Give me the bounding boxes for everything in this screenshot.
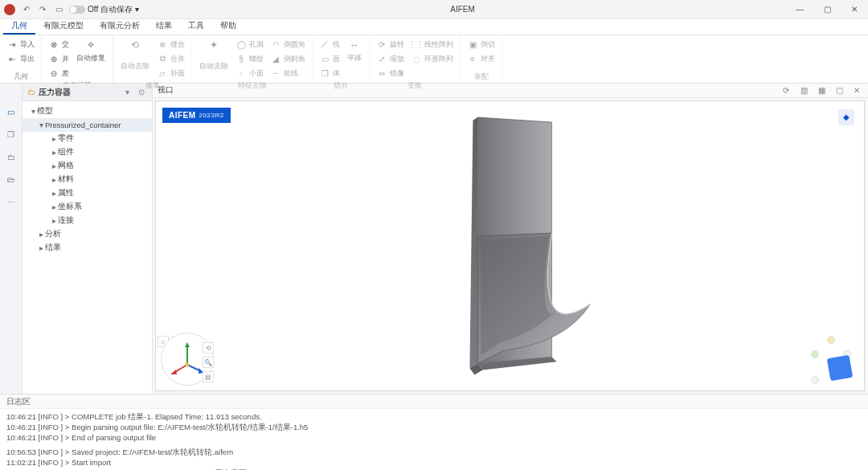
split-body-button[interactable]: ❒体 (317, 66, 342, 80)
union-button[interactable]: ⊕并 (47, 51, 71, 66)
holes-button[interactable]: ◯孔洞 (234, 37, 265, 51)
title-bar: ↶ ↷ ▭ Off 自动保存 ▾ AIFEM — ▢ ✕ (0, 0, 868, 19)
minimize-button[interactable]: — (786, 0, 813, 19)
sidebar-tab-settings-icon[interactable]: ⋯ (4, 194, 18, 209)
tree-node-connections[interactable]: ▸连接 (23, 214, 152, 227)
app-icon (4, 4, 15, 15)
fillet-button[interactable]: ◠倒圆角 (268, 37, 307, 51)
viewport-max-icon[interactable]: ▢ (833, 84, 845, 96)
brand-name: AIFEM (169, 111, 196, 120)
group-title-assembly: 装配 (465, 72, 497, 83)
triad-rotate-icon[interactable]: ⟲ (203, 342, 214, 354)
chamfer-button[interactable]: ◢倒斜角 (268, 51, 307, 66)
defeature-button[interactable]: ✦自动去除 (197, 37, 231, 72)
small-faces-button[interactable]: ▫小面 (234, 66, 265, 80)
log-line: 10:56:53 [INFO ] > Saved project: E:/AIF… (6, 448, 862, 458)
tree-node-components[interactable]: ▸组件 (23, 145, 152, 159)
window-title: AIFEM (139, 5, 786, 14)
intersect-button[interactable]: ⊗交 (47, 37, 71, 51)
cutout-button[interactable]: ▣倒切 (465, 37, 497, 51)
translate-button[interactable]: ↔平移 (345, 37, 364, 64)
tree-node-analysis[interactable]: ▸分析 (23, 227, 152, 241)
triad-zoom-icon[interactable]: 🔍 (203, 357, 214, 368)
ribbon: ⇥导入 ⇤导出 几何 ⊗交 ⊕并 ⊖差 ✧自动修复 布尔运算 ⟲自动去除 ≋缝合… (0, 35, 868, 84)
folder-icon: 🗀 (27, 88, 35, 96)
ribbon-group-boolean: ⊗交 ⊕并 ⊖差 ✧自动修复 布尔运算 (42, 35, 113, 83)
tree-node-csys[interactable]: ▸坐标系 (23, 200, 152, 214)
sidebar-tab-folder-icon[interactable]: 🗀 (4, 149, 18, 164)
tab-geometry[interactable]: 几何 (3, 18, 35, 35)
tab-results[interactable]: 结果 (148, 18, 180, 35)
circular-pattern-button[interactable]: ◌环形阵列 (409, 51, 455, 66)
sidebar-tab-open-icon[interactable]: 🗁 (4, 172, 18, 186)
threads-button[interactable]: §螺纹 (234, 51, 265, 66)
ribbon-group-geometry: ⇥导入 ⇤导出 几何 (0, 35, 42, 83)
brand-version: 2023R2 (199, 112, 224, 119)
patch-button[interactable]: ▱补面 (155, 66, 186, 80)
log-line: 11:02:21 [INFO ] > Start import (6, 458, 862, 468)
tab-help[interactable]: 帮助 (212, 18, 244, 35)
linear-pattern-button[interactable]: ⋮⋮线性阵列 (409, 37, 455, 51)
svg-marker-7 (185, 342, 190, 347)
ribbon-group-split: ／线 ▭面 ❒体 ↔平移 切分 (313, 35, 370, 83)
tree-node-model[interactable]: ▾模型 (23, 104, 152, 118)
log-line: 10:46:21 [INFO ] > COMPLETE job 结果-1. El… (6, 412, 862, 423)
viewcube-top-icon[interactable] (827, 336, 835, 344)
tree-node-container[interactable]: ▾Pressurized_container (23, 118, 152, 132)
triad-section-icon[interactable]: ▤ (203, 371, 214, 382)
split-face-button[interactable]: ▭面 (317, 51, 342, 66)
autosave-label: 自动保存 (100, 4, 133, 15)
redo-button[interactable]: ↷ (37, 4, 48, 15)
short-edges-button[interactable]: −短线 (268, 66, 307, 80)
viewcube-front-icon[interactable] (811, 376, 819, 384)
viewport-3d[interactable]: AIFEM 2023R2 ◆ (155, 100, 865, 391)
model-tree-panel: 🗀 压力容器 ▾ ⊙ ▾模型 ▾Pressurized_container ▸零… (23, 84, 153, 394)
selection-mode-icon[interactable]: ◆ (838, 109, 854, 125)
tree-node-result[interactable]: ▸结果 (23, 241, 152, 255)
sew-button[interactable]: ≋缝合 (155, 37, 186, 51)
viewport-refresh-icon[interactable]: ⟳ (780, 84, 792, 96)
maximize-button[interactable]: ▢ (813, 0, 841, 19)
mirror-button[interactable]: ⇔镜像 (375, 66, 406, 80)
auto-repair-button[interactable]: ✧自动修复 (74, 37, 108, 64)
tree-node-parts[interactable]: ▸零件 (23, 132, 152, 145)
svg-marker-1 (469, 117, 477, 368)
log-body[interactable]: 10:46:21 [INFO ] > COMPLETE job 结果-1. El… (0, 409, 868, 470)
close-button[interactable]: ✕ (841, 0, 868, 19)
tab-tools[interactable]: 工具 (180, 18, 212, 35)
align-button[interactable]: ≡对齐 (465, 51, 497, 66)
group-title-split: 切分 (317, 80, 364, 92)
undo-button[interactable]: ↶ (21, 4, 32, 15)
view-cube[interactable] (800, 336, 856, 384)
tree-node-materials[interactable]: ▸材料 (23, 173, 152, 186)
autosave-toggle[interactable]: Off 自动保存 ▾ (69, 4, 139, 15)
subtract-button[interactable]: ⊖差 (47, 66, 71, 80)
viewcube-left-icon[interactable] (811, 350, 819, 358)
rotate-button[interactable]: ⟳旋转 (375, 37, 406, 51)
auto-remove-button[interactable]: ⟲自动去除 (118, 37, 152, 72)
viewport-split-icon[interactable]: ▥ (797, 84, 810, 96)
ribbon-group-repair: ⟲自动去除 ≋缝合 ⧉合并 ▱补面 修复 (113, 35, 192, 83)
scale-button[interactable]: ⤢缩放 (375, 51, 406, 66)
import-button[interactable]: ⇥导入 (5, 37, 36, 51)
viewcube-cube-icon[interactable] (827, 355, 853, 381)
sidebar-tab-cube-icon[interactable]: ❒ (4, 127, 18, 141)
export-button[interactable]: ⇤导出 (5, 51, 36, 66)
viewport-area: 视口 ⟳ ▥ ▦ ▢ ✕ AIFEM 2023R2 ◆ (153, 84, 868, 394)
sidebar-tab-model-icon[interactable]: ▭ (4, 104, 18, 119)
merge-button[interactable]: ⧉合并 (155, 51, 186, 66)
save-button[interactable]: ▭ (53, 4, 64, 15)
log-line: 10:46:21 [INFO ] > End of parsing output… (6, 433, 862, 443)
ribbon-group-transform: ⟳旋转 ⤢缩放 ⇔镜像 ⋮⋮线性阵列 ◌环形阵列 变换 (370, 35, 461, 83)
content-area: ▭ ❒ 🗀 🗁 ⋯ 🗀 压力容器 ▾ ⊙ ▾模型 ▾Pressurized_co… (0, 84, 868, 394)
tree-node-mesh[interactable]: ▸网格 (23, 159, 152, 173)
split-line-button[interactable]: ／线 (317, 37, 342, 51)
ribbon-group-assembly: ▣倒切 ≡对齐 装配 (461, 35, 502, 83)
log-title: 日志区 (0, 394, 868, 409)
tab-fe-analysis[interactable]: 有限元分析 (92, 18, 148, 35)
tree-node-properties[interactable]: ▸属性 (23, 186, 152, 200)
tab-fe-model[interactable]: 有限元模型 (35, 18, 92, 35)
viewport-close-icon[interactable]: ✕ (850, 84, 863, 96)
viewport-grid-icon[interactable]: ▦ (815, 84, 828, 96)
model-render (156, 101, 864, 390)
